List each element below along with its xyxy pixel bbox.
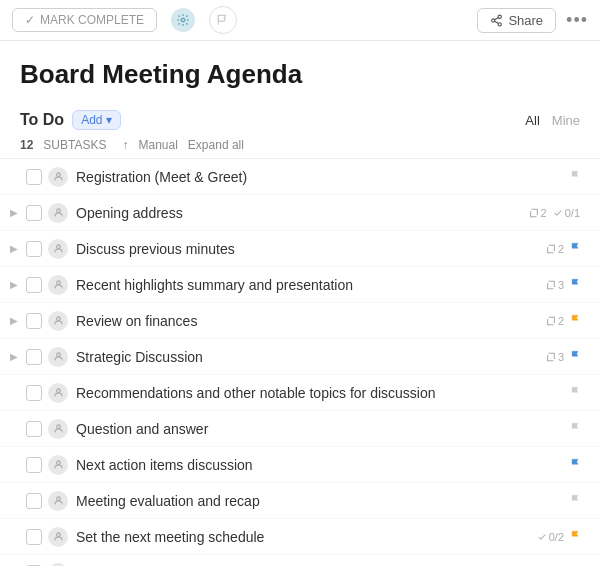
task-meta: 2 0/1 (529, 207, 580, 219)
share-label: Share (508, 13, 543, 28)
task-name: Review on finances (76, 313, 540, 329)
task-list: Registration (Meet & Greet)▶Opening addr… (0, 159, 600, 566)
priority-flag (570, 277, 580, 292)
task-checkbox[interactable] (26, 205, 42, 221)
share-button[interactable]: Share (477, 8, 556, 33)
priority-flag (570, 493, 580, 508)
add-label: Add (81, 113, 102, 127)
svg-point-16 (56, 497, 60, 501)
task-name: Question and answer (76, 421, 564, 437)
svg-point-2 (499, 15, 502, 18)
task-icon (48, 527, 68, 547)
section-header: To Do Add ▾ All Mine (0, 98, 600, 134)
subtask-count-badge: 3 (546, 279, 564, 291)
sort-button[interactable]: Manual (139, 138, 178, 152)
page-title: Board Meeting Agenda (20, 59, 580, 90)
task-checkbox[interactable] (26, 421, 42, 437)
avatar-group (169, 6, 191, 34)
section-label: To Do (20, 111, 64, 129)
expand-all-button[interactable]: Expand all (188, 138, 244, 152)
svg-point-17 (56, 533, 60, 537)
svg-point-11 (56, 317, 60, 321)
expand-arrow[interactable]: ▶ (10, 351, 26, 362)
task-name: Registration (Meet & Greet) (76, 169, 564, 185)
filter-mine[interactable]: Mine (552, 113, 580, 128)
page-title-section: Board Meeting Agenda (0, 41, 600, 98)
task-icon (48, 491, 68, 511)
task-meta: 3 (546, 277, 580, 292)
task-checkbox[interactable] (26, 385, 42, 401)
svg-line-5 (495, 21, 499, 23)
expand-arrow[interactable]: ▶ (10, 243, 26, 254)
mark-complete-button[interactable]: ✓ MARK COMPLETE (12, 8, 157, 32)
task-meta (570, 385, 580, 400)
task-row: Meeting evaluation and recap (0, 483, 600, 519)
task-name: Strategic Discussion (76, 349, 540, 365)
task-checkbox[interactable] (26, 241, 42, 257)
task-row: Next action items discussion (0, 447, 600, 483)
svg-point-12 (56, 353, 60, 357)
expand-arrow[interactable]: ▶ (10, 279, 26, 290)
subtask-count-badge: 2 (529, 207, 547, 219)
task-row: Question and answer (0, 411, 600, 447)
subtask-count-badge: 3 (546, 351, 564, 363)
task-name: Set the next meeting schedule (76, 529, 531, 545)
task-row: ▶Review on finances 2 (0, 303, 600, 339)
task-name: Recommendations and other notable topics… (76, 385, 564, 401)
task-checkbox[interactable] (26, 493, 42, 509)
avatar[interactable] (169, 6, 197, 34)
expand-arrow[interactable]: ▶ (10, 207, 26, 218)
subtask-count-badge: 2 (546, 315, 564, 327)
check-icon: ✓ (25, 13, 35, 27)
top-bar: ✓ MARK COMPLETE Share ••• (0, 0, 600, 41)
task-row: Set the next meeting schedule 0/2 (0, 519, 600, 555)
task-meta (570, 169, 580, 184)
priority-flag (570, 457, 580, 472)
more-button[interactable]: ••• (566, 10, 588, 31)
share-icon (490, 14, 503, 27)
svg-point-14 (56, 425, 60, 429)
task-icon (48, 455, 68, 475)
priority-flag (570, 349, 580, 364)
task-row: Recommendations and other notable topics… (0, 375, 600, 411)
svg-point-9 (56, 245, 60, 249)
task-meta: 2 (546, 313, 580, 328)
task-name: Meeting evaluation and recap (76, 493, 564, 509)
task-checkbox[interactable] (26, 277, 42, 293)
task-name: Discuss previous minutes (76, 241, 540, 257)
checklist-badge: 0/1 (553, 207, 580, 219)
task-row: Registration (Meet & Greet) (0, 159, 600, 195)
priority-flag (570, 241, 580, 256)
svg-point-8 (56, 209, 60, 213)
expand-arrow[interactable]: ▶ (10, 315, 26, 326)
task-icon (48, 311, 68, 331)
task-meta (570, 457, 580, 472)
svg-line-6 (495, 17, 499, 19)
svg-point-10 (56, 281, 60, 285)
task-icon (48, 419, 68, 439)
task-checkbox[interactable] (26, 313, 42, 329)
task-checkbox[interactable] (26, 169, 42, 185)
task-icon (48, 239, 68, 259)
task-meta (570, 493, 580, 508)
task-name: Opening address (76, 205, 523, 221)
task-checkbox[interactable] (26, 529, 42, 545)
subtasks-bar: 12 SUBTASKS ↑ Manual Expand all (0, 134, 600, 159)
subtask-count-badge: 2 (546, 243, 564, 255)
add-button[interactable]: Add ▾ (72, 110, 120, 130)
task-checkbox[interactable] (26, 457, 42, 473)
priority-flag (570, 385, 580, 400)
task-icon (48, 383, 68, 403)
task-checkbox[interactable] (26, 349, 42, 365)
task-meta (570, 421, 580, 436)
section-filter: All Mine (525, 113, 580, 128)
subtask-count: 12 (20, 138, 33, 152)
svg-point-15 (56, 461, 60, 465)
flag-button[interactable] (209, 6, 237, 34)
task-icon (48, 275, 68, 295)
mark-complete-label: MARK COMPLETE (40, 13, 144, 27)
filter-all[interactable]: All (525, 113, 539, 128)
top-bar-right: Share ••• (477, 8, 588, 33)
task-list-scroll[interactable]: Registration (Meet & Greet)▶Opening addr… (0, 159, 600, 566)
task-name: Recent highlights summary and presentati… (76, 277, 540, 293)
